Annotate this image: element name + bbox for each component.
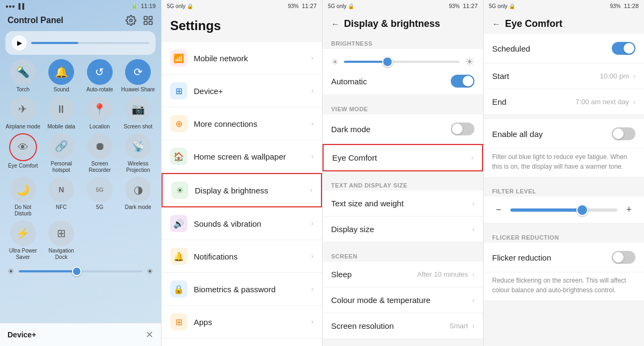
quick-item-power-saver[interactable]: ⚡ Ultra Power Saver (5, 220, 41, 261)
display-item-sleep[interactable]: Sleep After 10 minutes (323, 262, 483, 287)
flicker-toggle[interactable] (612, 251, 635, 264)
settings-item-notifications[interactable]: 🔔 Notifications (162, 240, 322, 273)
sound-label: Sound (54, 86, 69, 93)
settings-item-battery[interactable]: 🔋 Battery (162, 338, 322, 346)
close-device-bar-icon[interactable]: ✕ (145, 329, 153, 341)
homescreen-icon: 🏠 (170, 148, 187, 165)
ec-item-start[interactable]: Start 10:00 pm › (484, 63, 644, 89)
eye-comfort-header: ← Eye Comfort (484, 12, 644, 34)
dark-mode-toggle[interactable] (451, 122, 474, 135)
screen-header: SCREEN (323, 247, 483, 262)
settings-item-sounds[interactable]: 🔊 Sounds & vibration (162, 207, 322, 240)
5g-icon[interactable]: 5G (87, 177, 113, 203)
biometrics-chevron (311, 285, 313, 293)
brightness-thumb-display[interactable] (382, 56, 393, 67)
quick-item-screenshot[interactable]: 📷 Screen shot (121, 96, 156, 130)
display-item-display-size[interactable]: Display size (323, 217, 483, 242)
display-icon: ☀ (171, 182, 188, 199)
huawei-share-icon[interactable]: ⟳ (125, 59, 151, 85)
sounds-label: Sounds & vibration (194, 219, 305, 228)
quick-item-huawei-share[interactable]: ⟳ Huawei Share (121, 59, 156, 93)
quick-item-location[interactable]: 📍 Location (82, 96, 118, 130)
quick-item-airplane[interactable]: ✈ Airplane mode (5, 96, 41, 130)
control-panel: ●●● ▐▐ 🔋 11:19 Control Panel ▶ 🔦 Torch (0, 0, 161, 346)
mobile-data-icon[interactable]: ⏸ (48, 96, 74, 122)
display-item-colour-mode[interactable]: Colour mode & temperature (323, 287, 483, 313)
notifications-label: Notifications (194, 252, 305, 261)
more-connections-label: More connections (194, 119, 305, 128)
quick-item-mobile-data[interactable]: ⏸ Mobile data (44, 96, 79, 130)
filter-fill (510, 208, 580, 212)
airplane-icon[interactable]: ✈ (10, 96, 36, 122)
power-saver-icon[interactable]: ⚡ (10, 220, 36, 246)
back-arrow-eye[interactable]: ← (492, 19, 501, 29)
brightness-slider-display[interactable] (344, 61, 459, 63)
back-arrow-display[interactable]: ← (331, 19, 340, 29)
control-panel-header: Control Panel (0, 12, 161, 29)
quick-item-dark-mode[interactable]: ◑ Dark mode (121, 177, 156, 217)
display-brightness-panel: 5G only 🔒 93% 11:27 ← Display & brightne… (322, 0, 483, 346)
eye-comfort-icon[interactable]: 👁 (11, 135, 35, 159)
display-item-resolution[interactable]: Screen resolution Smart (323, 313, 483, 339)
quick-item-5g[interactable]: 5G 5G (82, 177, 118, 217)
quick-item-nfc[interactable]: N NFC (44, 177, 79, 217)
colour-mode-chevron (472, 297, 474, 304)
scheduled-toggle[interactable] (612, 42, 635, 55)
sleep-chevron (472, 271, 474, 278)
dnd-icon[interactable]: 🌙 (10, 177, 36, 203)
location-icon[interactable]: 📍 (87, 96, 113, 122)
quick-item-autorotate[interactable]: ↺ Auto-rotate (82, 59, 118, 93)
settings-item-display[interactable]: ☀ Display & brightness (162, 173, 322, 207)
filter-thumb[interactable] (576, 204, 588, 216)
start-value: 10:00 pm (600, 72, 629, 80)
ec-item-scheduled[interactable]: Scheduled (484, 34, 644, 63)
ec-item-end[interactable]: End 7:00 am next day › (484, 89, 644, 115)
display-item-dark-mode[interactable]: Dark mode (323, 114, 483, 144)
display-item-eye-comfort[interactable]: Eye Comfort (323, 144, 483, 171)
dark-mode-icon[interactable]: ◑ (125, 177, 151, 203)
display-item-text-size[interactable]: Text size and weight (323, 191, 483, 217)
hotspot-icon[interactable]: 🔗 (48, 133, 74, 159)
torch-icon[interactable]: 🔦 (10, 59, 36, 85)
brightness-slider-container[interactable] (19, 270, 142, 272)
brightness-thumb[interactable] (72, 266, 82, 276)
settings-item-device-plus[interactable]: ⊞ Device+ (162, 75, 322, 107)
quick-item-eye-comfort[interactable]: 👁 Eye Comfort (5, 133, 41, 174)
quick-item-nav-dock[interactable]: ⊞ Navigation Dock (44, 220, 79, 261)
quick-item-hotspot[interactable]: 🔗 Personal hotspot (44, 133, 79, 174)
ec-item-flicker[interactable]: Flicker reduction (484, 243, 644, 272)
enable-all-day-toggle[interactable] (612, 127, 635, 140)
settings-item-mobile-network[interactable]: 📶 Mobile network (162, 42, 322, 75)
nfc-icon[interactable]: N (48, 177, 74, 203)
quick-item-wireless-proj[interactable]: 📡 Wireless Projection (121, 133, 156, 174)
quick-item-sound[interactable]: 🔔 Sound (44, 59, 79, 93)
torch-label: Torch (17, 86, 30, 93)
play-button[interactable]: ▶ (12, 35, 27, 51)
eye-comfort-label: Eye Comfort (8, 163, 38, 169)
sound-icon[interactable]: 🔔 (48, 59, 74, 85)
filter-track[interactable] (510, 208, 617, 212)
autorotate-icon[interactable]: ↺ (87, 59, 113, 85)
quick-item-screen-recorder[interactable]: ⏺ Screen Recorder (82, 133, 118, 174)
dark-mode-display-label: Dark mode (331, 125, 370, 134)
end-chevron: › (633, 98, 635, 106)
quick-item-torch[interactable]: 🔦 Torch (5, 59, 41, 93)
battery-icon: 🔋 (131, 3, 137, 9)
filter-plus-icon[interactable]: + (623, 204, 635, 215)
time-1: 11:19 (141, 3, 156, 9)
device-plus-icon: ⊞ (170, 82, 187, 99)
settings-item-more-connections[interactable]: ⊕ More connections (162, 107, 322, 140)
screenshot-icon[interactable]: 📷 (125, 96, 151, 122)
screen-recorder-icon[interactable]: ⏺ (87, 133, 113, 159)
filter-minus-icon[interactable]: − (492, 204, 505, 215)
automatic-toggle[interactable] (451, 75, 474, 88)
nav-dock-icon[interactable]: ⊞ (48, 220, 74, 246)
wireless-proj-icon[interactable]: 📡 (125, 133, 151, 159)
quick-item-dnd[interactable]: 🌙 Do Not Disturb (5, 177, 41, 217)
ec-item-enable-all-day[interactable]: Enable all day (484, 119, 644, 149)
expand-icon[interactable] (143, 15, 153, 26)
settings-item-homescreen[interactable]: 🏠 Home screen & wallpaper (162, 140, 322, 173)
settings-item-apps[interactable]: ⊞ Apps (162, 306, 322, 338)
settings-icon[interactable] (126, 15, 136, 26)
settings-item-biometrics[interactable]: 🔒 Biometrics & password (162, 273, 322, 306)
